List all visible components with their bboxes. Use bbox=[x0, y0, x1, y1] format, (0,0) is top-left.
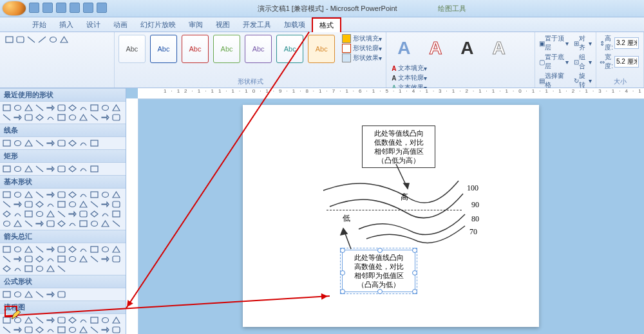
shape-item[interactable] bbox=[68, 113, 77, 122]
shape-item[interactable] bbox=[68, 326, 77, 334]
shape-item[interactable] bbox=[2, 326, 12, 334]
shape-item[interactable] bbox=[57, 255, 66, 263]
shape-item[interactable] bbox=[57, 210, 66, 218]
send-back-button[interactable]: ▢ 置于底层 ▾ bbox=[539, 53, 569, 71]
undo-icon[interactable] bbox=[43, 3, 53, 13]
shape-item[interactable] bbox=[24, 165, 33, 173]
height-field[interactable]: ⇕ 高度: bbox=[600, 34, 640, 52]
shape-item[interactable] bbox=[90, 165, 99, 173]
shape-item[interactable] bbox=[35, 245, 44, 254]
qat-icon-4[interactable] bbox=[70, 3, 80, 13]
shape-effects-button[interactable]: 形状效果 ▾ bbox=[342, 53, 382, 62]
shape-item[interactable] bbox=[100, 200, 110, 209]
shape-item[interactable] bbox=[35, 139, 44, 147]
shape-mini[interactable] bbox=[59, 35, 69, 44]
shape-item[interactable] bbox=[111, 113, 121, 122]
shape-item[interactable] bbox=[90, 245, 99, 254]
shape-item[interactable] bbox=[35, 219, 44, 228]
shape-style-3[interactable]: Abc bbox=[182, 35, 209, 63]
shape-item[interactable] bbox=[79, 139, 88, 147]
shape-item[interactable] bbox=[46, 255, 55, 263]
shape-item[interactable] bbox=[24, 210, 33, 218]
shape-item[interactable] bbox=[2, 165, 12, 173]
shape-item[interactable] bbox=[79, 219, 88, 228]
shape-item[interactable] bbox=[100, 316, 110, 324]
shape-item[interactable] bbox=[79, 165, 88, 173]
callout-bottom[interactable]: 此处等值线凸向 高数值处，对比 相邻即为低值区 （凸高为低） bbox=[342, 250, 415, 292]
shape-item[interactable] bbox=[68, 190, 77, 199]
shape-item[interactable] bbox=[46, 200, 55, 209]
shape-item[interactable] bbox=[35, 316, 44, 324]
shape-item[interactable] bbox=[111, 190, 121, 199]
shape-item[interactable] bbox=[2, 245, 12, 254]
shape-item[interactable] bbox=[68, 165, 77, 173]
shape-item[interactable] bbox=[35, 104, 44, 112]
shape-item[interactable] bbox=[90, 104, 99, 112]
wordart-style-2[interactable]: A bbox=[422, 35, 449, 62]
shape-item[interactable] bbox=[68, 200, 77, 209]
shape-item[interactable] bbox=[68, 104, 77, 112]
shape-item[interactable] bbox=[111, 200, 121, 209]
shape-item[interactable] bbox=[57, 264, 66, 273]
shape-item[interactable] bbox=[35, 210, 44, 218]
shape-item[interactable] bbox=[13, 139, 23, 147]
qat-icon-5[interactable] bbox=[83, 3, 93, 13]
text-fill-button[interactable]: A文本填充 ▾ bbox=[392, 64, 426, 73]
align-button[interactable]: ⊞ 对齐 ▾ bbox=[574, 34, 592, 52]
shape-item[interactable] bbox=[13, 210, 23, 218]
shape-item[interactable] bbox=[79, 113, 88, 122]
shape-item[interactable] bbox=[57, 316, 66, 324]
shape-item[interactable] bbox=[13, 104, 23, 112]
shape-item[interactable] bbox=[68, 316, 77, 324]
shape-item[interactable] bbox=[57, 113, 66, 122]
shape-mini[interactable] bbox=[5, 35, 14, 44]
shape-item[interactable] bbox=[57, 200, 66, 209]
shape-item[interactable] bbox=[90, 200, 99, 209]
shape-item[interactable] bbox=[13, 200, 23, 209]
redo-icon[interactable] bbox=[56, 3, 66, 13]
shape-item[interactable] bbox=[24, 290, 33, 299]
shape-item[interactable] bbox=[46, 210, 55, 218]
shape-style-5[interactable]: Abc bbox=[245, 35, 272, 63]
shape-item[interactable] bbox=[111, 255, 121, 263]
selection-pane-button[interactable]: ▤ 选择窗格 bbox=[539, 71, 569, 89]
shape-item[interactable] bbox=[24, 104, 33, 112]
shape-item[interactable] bbox=[79, 316, 88, 324]
shape-item[interactable] bbox=[24, 139, 33, 147]
shape-item[interactable] bbox=[35, 113, 44, 122]
shape-item[interactable] bbox=[24, 255, 33, 263]
save-icon[interactable] bbox=[29, 3, 39, 13]
shape-item[interactable] bbox=[13, 264, 23, 273]
shape-item[interactable] bbox=[46, 165, 55, 173]
shape-item[interactable] bbox=[46, 290, 55, 299]
shape-item[interactable] bbox=[79, 190, 88, 199]
shape-item[interactable] bbox=[57, 139, 66, 147]
shape-item[interactable] bbox=[57, 104, 66, 112]
shape-item[interactable] bbox=[24, 245, 33, 254]
shape-style-2[interactable]: Abc bbox=[150, 35, 177, 63]
tab-addins[interactable]: 加载项 bbox=[278, 18, 312, 32]
shape-item[interactable] bbox=[35, 326, 44, 334]
shape-item[interactable] bbox=[90, 316, 99, 324]
shape-item[interactable] bbox=[24, 264, 33, 273]
shape-item[interactable] bbox=[79, 104, 88, 112]
qat-more-icon[interactable] bbox=[97, 3, 107, 13]
shape-item[interactable] bbox=[90, 210, 99, 218]
shape-mini[interactable] bbox=[37, 35, 47, 44]
shape-item[interactable] bbox=[2, 113, 12, 122]
shape-item[interactable] bbox=[24, 113, 33, 122]
shape-item[interactable] bbox=[13, 219, 23, 228]
shape-style-4[interactable]: Abc bbox=[213, 35, 240, 63]
shape-item[interactable] bbox=[46, 104, 55, 112]
callout-top[interactable]: 此处等值线凸向 低数值处，对比 相邻即为高值区 （凸低为高） bbox=[362, 125, 435, 168]
shape-item[interactable] bbox=[100, 113, 110, 122]
shape-item[interactable] bbox=[100, 210, 110, 218]
shape-item[interactable] bbox=[46, 219, 55, 228]
shape-item[interactable] bbox=[35, 165, 44, 173]
wordart-style-3[interactable]: A bbox=[453, 35, 480, 62]
text-outline-button[interactable]: A文本轮廓 ▾ bbox=[392, 73, 426, 82]
shape-item[interactable] bbox=[79, 245, 88, 254]
shape-item[interactable] bbox=[90, 219, 99, 228]
shape-item[interactable] bbox=[100, 219, 110, 228]
shape-item[interactable] bbox=[13, 113, 23, 122]
